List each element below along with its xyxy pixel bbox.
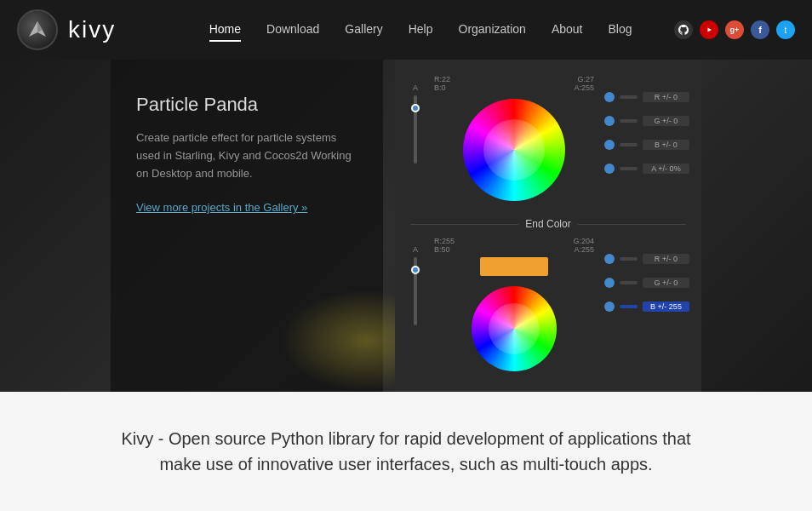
nav-organization[interactable]: Organization [459, 18, 526, 42]
g-value-top: G:27 [577, 75, 594, 83]
hero-section: Particle Panda Create particle effect fo… [0, 60, 812, 392]
twitter-icon[interactable]: t [776, 20, 795, 39]
nav-help[interactable]: Help [409, 18, 433, 42]
main-content: Kivy - Open source Python library for ra… [0, 392, 812, 511]
a-slider-top: A +/- 0% [604, 164, 689, 174]
hero-text-panel: Particle Panda Create particle effect fo… [111, 60, 383, 392]
tagline: Kivy - Open source Python library for ra… [108, 426, 704, 477]
g-slider-top: G +/- 0 [604, 116, 689, 126]
nav-gallery[interactable]: Gallery [345, 18, 382, 42]
facebook-icon[interactable]: f [751, 20, 769, 39]
r-slider-label-bottom: R +/- 0 [643, 254, 689, 264]
color-wheel-top[interactable] [463, 99, 565, 201]
b-slider-label-bottom: B +/- 255 [643, 301, 689, 312]
b-slider-bottom: B +/- 255 [604, 301, 689, 312]
nav-about[interactable]: About [552, 18, 583, 42]
g-slider-bottom: G +/- 0 [604, 278, 689, 288]
main-nav: Home Download Gallery Help Organization … [167, 18, 674, 42]
r-slider-bottom: R +/- 0 [604, 254, 689, 264]
nav-download[interactable]: Download [266, 18, 319, 42]
google-plus-icon[interactable]: g+ [725, 20, 744, 39]
end-color-label: End Color [525, 218, 570, 230]
logo-area: kivy [17, 9, 116, 50]
b-slider-label-top: B +/- 0 [643, 140, 689, 150]
github-icon[interactable] [674, 20, 693, 39]
hero-color-picker: A R:22 G:27 B:0 A:255 [395, 60, 701, 392]
r-slider-label-top: R +/- 0 [643, 92, 689, 102]
nav-blog[interactable]: Blog [608, 18, 632, 42]
social-icons: g+ f t [674, 20, 795, 39]
r-value-bottom: R:255 [434, 237, 455, 245]
color-wheel-bottom[interactable] [472, 286, 557, 371]
header: kivy Home Download Gallery Help Organiza… [0, 0, 812, 60]
a-slider-label-top: A +/- 0% [643, 164, 689, 174]
color-swatch [480, 257, 548, 276]
g-slider-label-bottom: G +/- 0 [643, 278, 689, 288]
logo-text: kivy [68, 16, 116, 43]
kivy-logo-icon [17, 9, 58, 50]
g-slider-label-top: G +/- 0 [643, 116, 689, 126]
hero-description: Create particle effect for particle syst… [136, 129, 357, 182]
r-value-top: R:22 [434, 75, 450, 83]
g-value-bottom: G:204 [573, 237, 594, 245]
b-slider-top: B +/- 0 [604, 140, 689, 150]
r-slider-top: R +/- 0 [604, 92, 689, 102]
youtube-icon[interactable] [700, 20, 718, 39]
nav-home[interactable]: Home [209, 18, 241, 42]
hero-title: Particle Panda [136, 94, 357, 116]
a-value-top: A:255 [574, 83, 594, 92]
hero-gallery-link[interactable]: View more projects in the Gallery » [136, 201, 307, 214]
a-value-bottom: A:255 [574, 245, 594, 254]
b-value-bottom: B:50 [434, 245, 450, 254]
b-value-top: B:0 [434, 83, 446, 92]
